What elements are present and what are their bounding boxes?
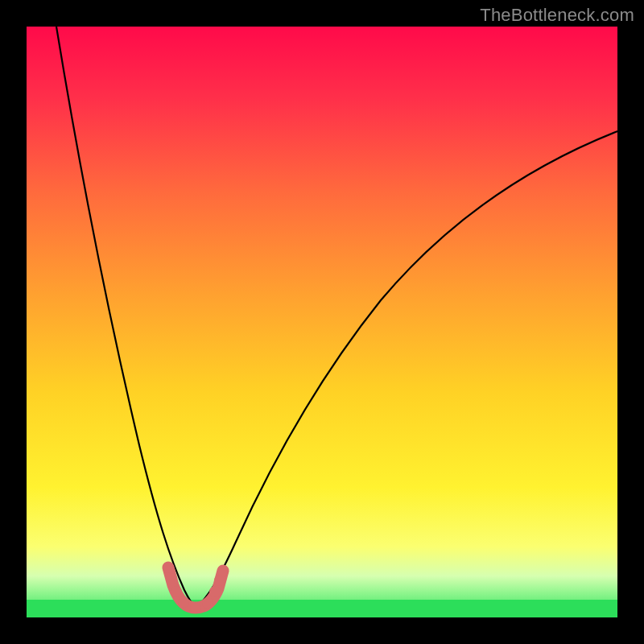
svg-point-9 bbox=[217, 565, 229, 576]
chart-curves bbox=[27, 27, 617, 617]
svg-point-8 bbox=[214, 575, 225, 586]
optimal-marker-dots bbox=[163, 562, 229, 613]
svg-point-4 bbox=[178, 597, 189, 608]
svg-point-5 bbox=[190, 602, 201, 613]
svg-point-7 bbox=[209, 586, 221, 597]
chart-frame bbox=[27, 27, 617, 617]
svg-point-1 bbox=[163, 562, 174, 573]
svg-point-6 bbox=[202, 597, 213, 609]
svg-point-2 bbox=[166, 573, 177, 584]
curve-right bbox=[196, 131, 617, 608]
svg-point-3 bbox=[171, 586, 182, 597]
watermark-text: TheBottleneck.com bbox=[480, 5, 634, 26]
curve-left bbox=[56, 27, 196, 608]
